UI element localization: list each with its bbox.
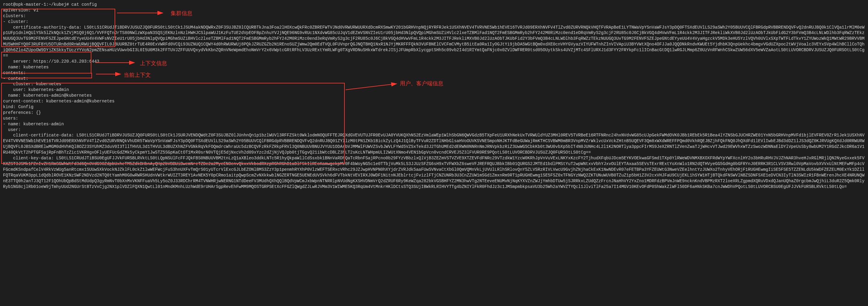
terminal-line: - name: kubernetes-admin [3,122,865,127]
terminal-line: name: kubernetes [3,64,865,70]
terminal-line: user: kubernetes-admin [3,87,865,93]
terminal-line: root@opk-master-1:~/kubej# cat config [3,2,865,7]
terminal-line: contexts: [3,70,865,76]
terminal-line: name: kubernetes-admin@kubernetes [3,93,865,99]
terminal-line: server: https://10.220.43.203:6443 [3,59,865,64]
terminal-line: - cluster: [3,19,865,25]
terminal-line: client-certificate-data: LS0tLS1CRUdJTiB… [3,133,865,156]
terminal-line: apiVersion: v1 [3,7,865,13]
terminal-line: users: [3,116,865,122]
terminal-line: - context: [3,76,865,81]
terminal-line: client-key-data: LS0tLS1CRUdJTiBSU0EgUFJ… [3,156,865,190]
terminal-line: cluster: kubernetes [3,81,865,87]
terminal-output: root@opk-master-1:~/kubej# cat configapi… [0,0,868,191]
terminal-line: clusters: [3,13,865,19]
terminal-line: user: [3,127,865,133]
terminal-line: current-context: kubernetes-admin@kubern… [3,99,865,104]
terminal-line: preferences: {} [3,110,865,116]
terminal-line: kind: Config [3,104,865,110]
terminal-line: certificate-authority-data: LS0tLS1CRUdJ… [3,25,865,59]
